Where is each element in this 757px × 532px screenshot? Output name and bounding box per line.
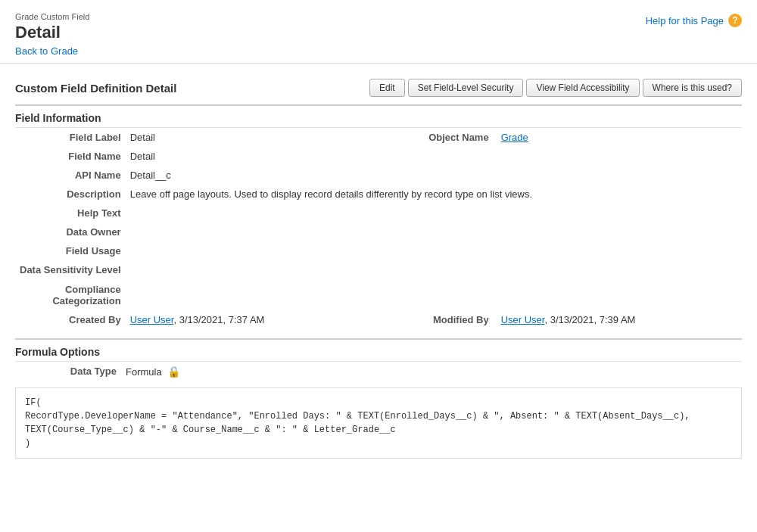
- field-usage-label: Field Usage: [15, 241, 126, 260]
- data-owner-label: Data Owner: [15, 222, 126, 241]
- table-row: Data Owner: [15, 222, 742, 241]
- table-row: Created By User User, 3/13/2021, 7:37 AM…: [15, 310, 742, 329]
- modified-by-label: Modified By: [391, 310, 497, 329]
- field-label-value: Detail: [126, 128, 391, 147]
- table-row: Help Text: [15, 204, 742, 222]
- where-is-this-used-button[interactable]: Where is this used?: [643, 79, 742, 97]
- table-row: ComplianceCategorization: [15, 279, 742, 310]
- api-name-value: Detail__c: [126, 166, 391, 185]
- table-row: Field Usage: [15, 241, 742, 260]
- view-field-accessibility-button[interactable]: View Field Accessibility: [526, 79, 639, 97]
- description-value: Leave off page layouts. Used to display …: [126, 185, 742, 204]
- created-by-date: , 3/13/2021, 7:37 AM: [173, 314, 264, 325]
- data-owner-value: [126, 222, 391, 241]
- action-buttons: Edit Set Field-Level Security View Field…: [369, 79, 742, 97]
- help-link[interactable]: Help for this Page: [646, 15, 724, 26]
- object-name-label: Object Name: [391, 128, 497, 147]
- breadcrumb-label: Grade Custom Field: [15, 12, 742, 21]
- set-field-security-button[interactable]: Set Field-Level Security: [408, 79, 524, 97]
- section-title: Custom Field Definition Detail: [15, 82, 176, 95]
- table-row: Data Type Formula 🔒: [15, 362, 742, 381]
- table-row: Data Sensitivity Level: [15, 260, 742, 279]
- page-title: Detail: [15, 23, 742, 42]
- edit-button[interactable]: Edit: [369, 79, 405, 97]
- table-row: Field Name Detail: [15, 147, 742, 166]
- data-type-label: Data Type: [15, 362, 121, 381]
- data-sensitivity-label: Data Sensitivity Level: [15, 260, 126, 279]
- compliance-label: ComplianceCategorization: [15, 279, 126, 310]
- help-text-label: Help Text: [15, 204, 126, 222]
- created-by-label: Created By: [15, 310, 126, 329]
- modified-by-link[interactable]: User User: [501, 314, 545, 325]
- formula-code: IF( RecordType.DeveloperName = "Attendan…: [15, 387, 742, 459]
- help-icon[interactable]: ?: [728, 14, 742, 27]
- back-to-grade-link[interactable]: Back to Grade: [15, 45, 78, 57]
- created-by-value: User User, 3/13/2021, 7:37 AM: [126, 310, 391, 329]
- table-row: Description Leave off page layouts. Used…: [15, 185, 742, 204]
- field-label-label: Field Label: [15, 128, 126, 147]
- field-name-value: Detail: [126, 147, 391, 166]
- modified-by-value: User User, 3/13/2021, 7:39 AM: [497, 310, 742, 329]
- field-name-label: Field Name: [15, 147, 126, 166]
- description-label: Description: [15, 185, 126, 204]
- compliance-value: [126, 279, 391, 310]
- api-name-label: API Name: [15, 166, 126, 185]
- object-name-value[interactable]: Grade: [497, 128, 742, 147]
- created-by-link[interactable]: User User: [130, 314, 174, 325]
- data-sensitivity-value: [126, 260, 391, 279]
- table-row: API Name Detail__c: [15, 166, 742, 185]
- field-usage-value: [126, 241, 391, 260]
- table-row: Field Label Detail Object Name Grade: [15, 128, 742, 147]
- modified-by-date: , 3/13/2021, 7:39 AM: [544, 314, 635, 325]
- formula-icon: 🔒: [167, 366, 180, 378]
- field-information-heading: Field Information: [15, 106, 742, 128]
- help-text-value: [126, 204, 391, 222]
- data-type-value: Formula 🔒: [121, 362, 742, 381]
- formula-options-heading: Formula Options: [15, 340, 742, 362]
